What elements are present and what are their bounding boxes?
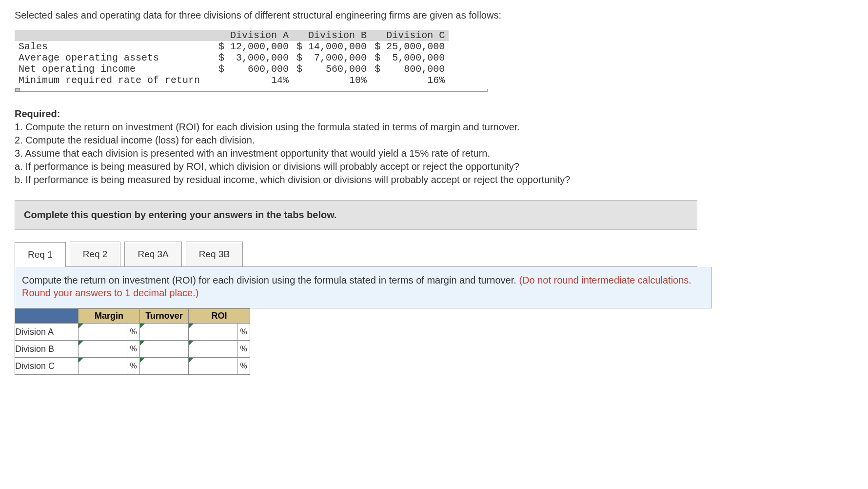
unit-pct: % [127, 341, 140, 358]
table-row: Net operating income $ 600,000 $ 560,000… [15, 63, 449, 75]
unit-pct: % [127, 324, 140, 341]
margin-input-c[interactable] [79, 358, 127, 375]
table-row: Average operating assets $ 3,000,000 $ 7… [15, 52, 449, 63]
cell: $ 5,000,000 [371, 52, 449, 63]
answer-row: Division A % % [15, 324, 250, 341]
required-item: 2. Compute the residual income (loss) fo… [15, 135, 255, 145]
header-div-c: Division C [371, 30, 449, 41]
cell: $ 600,000 [215, 63, 293, 75]
intro-text: Selected sales and operating data for th… [15, 10, 853, 21]
cell: $ 14,000,000 [293, 41, 371, 52]
required-section: Required: 1. Compute the return on inves… [15, 107, 853, 186]
required-item: a. If performance is being measured by R… [15, 161, 519, 172]
answer-row: Division B % % [15, 341, 250, 358]
tab-content-text: Compute the return on investment (ROI) f… [22, 275, 519, 285]
answer-row-label: Division C [15, 358, 79, 375]
turnover-input-b[interactable] [140, 341, 189, 358]
answer-row-label: Division B [15, 341, 79, 358]
data-table: Division A Division B Division C Sales $… [15, 30, 449, 86]
answer-header-blank [15, 309, 79, 324]
answer-table: Margin Turnover ROI Division A % % Divis… [15, 308, 250, 375]
required-item: b. If performance is being measured by r… [15, 174, 570, 185]
row-label: Average operating assets [15, 52, 215, 63]
header-blank [15, 30, 215, 41]
margin-input-b[interactable] [79, 341, 127, 358]
cell: 16% [371, 75, 449, 86]
cell: $ 3,000,000 [215, 52, 293, 63]
roi-input-c[interactable] [189, 358, 237, 375]
roi-input-a[interactable] [189, 324, 237, 341]
tab-req-3b[interactable]: Req 3B [186, 242, 243, 266]
cell: $ 800,000 [371, 63, 449, 75]
answer-row: Division C % % [15, 358, 250, 375]
turnover-input-c[interactable] [140, 358, 189, 375]
tab-row: Req 1 Req 2 Req 3A Req 3B [15, 242, 697, 267]
answer-header-roi: ROI [189, 309, 250, 324]
cell: $ 25,000,000 [371, 41, 449, 52]
row-label: Minimum required rate of return [15, 75, 215, 86]
turnover-input-a[interactable] [140, 324, 189, 341]
roi-input-b[interactable] [189, 341, 237, 358]
tab-content: Compute the return on investment (ROI) f… [15, 267, 712, 308]
unit-pct: % [237, 341, 250, 358]
instruction-bar: Complete this question by entering your … [15, 200, 697, 230]
cell: $ 560,000 [293, 63, 371, 75]
unit-pct: % [127, 358, 140, 375]
required-item: 1. Compute the return on investment (ROI… [15, 122, 520, 132]
cell: 14% [215, 75, 293, 86]
data-table-header: Division A Division B Division C [15, 30, 449, 41]
cell: $ 12,000,000 [215, 41, 293, 52]
answer-header-turnover: Turnover [140, 309, 189, 324]
cell: 10% [293, 75, 371, 86]
answer-header-margin: Margin [79, 309, 140, 324]
header-div-a: Division A [215, 30, 293, 41]
row-label: Net operating income [15, 63, 215, 75]
margin-input-a[interactable] [79, 324, 127, 341]
required-heading: Required: [15, 108, 60, 119]
tab-req-3a[interactable]: Req 3A [124, 242, 181, 266]
tab-req-1[interactable]: Req 1 [15, 242, 66, 267]
answer-row-label: Division A [15, 324, 79, 341]
cell: $ 7,000,000 [293, 52, 371, 63]
required-item: 3. Assume that each division is presente… [15, 148, 490, 159]
table-row: Sales $ 12,000,000 $ 14,000,000 $ 25,000… [15, 41, 449, 52]
row-label: Sales [15, 41, 215, 52]
tab-req-2[interactable]: Req 2 [70, 242, 121, 266]
horizontal-scrollbar[interactable] [15, 89, 488, 93]
unit-pct: % [237, 358, 250, 375]
unit-pct: % [237, 324, 250, 341]
header-div-b: Division B [293, 30, 371, 41]
table-row: Minimum required rate of return 14% 10% … [15, 75, 449, 86]
